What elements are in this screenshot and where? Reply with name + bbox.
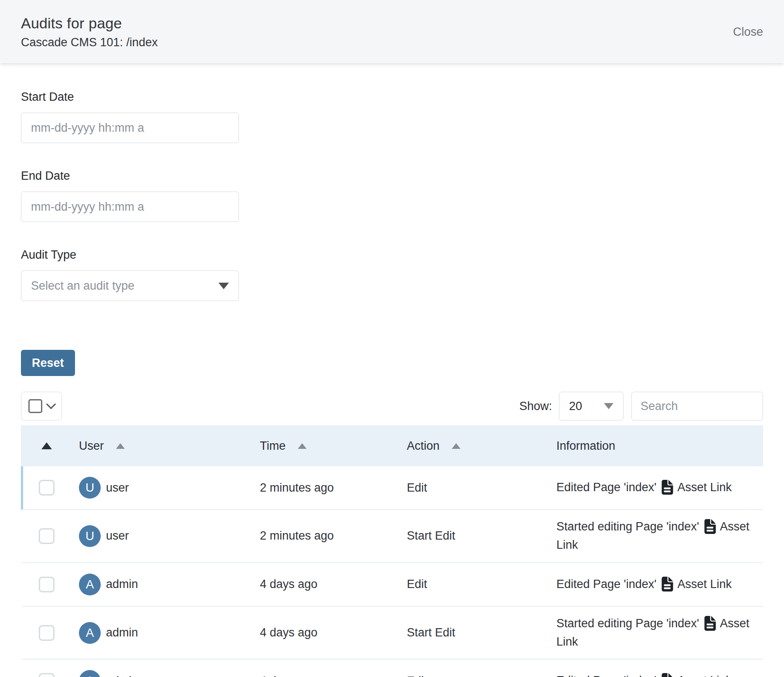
information-text: Edited Page 'index' bbox=[556, 578, 656, 591]
column-header-time[interactable]: Time bbox=[260, 439, 407, 453]
username: admin bbox=[106, 674, 138, 677]
row-information-cell: Edited Page 'index'Asset Link bbox=[553, 664, 763, 677]
row-checkbox-cell bbox=[23, 480, 70, 496]
modal-body: Start Date End Date Audit Type Select an… bbox=[0, 90, 784, 677]
triangle-down-icon bbox=[218, 283, 229, 289]
row-checkbox-cell bbox=[23, 528, 70, 544]
table-toolbar: Show: 20 bbox=[21, 392, 763, 421]
avatar: A bbox=[79, 670, 101, 677]
row-information-cell: Started editing Page 'index'Asset Link bbox=[553, 607, 763, 659]
audit-type-selected-value: Select an audit type bbox=[31, 279, 134, 293]
row-action-cell: Start Edit bbox=[407, 626, 553, 639]
asset-link[interactable]: Asset Link bbox=[677, 481, 732, 494]
row-user-cell: U user bbox=[70, 477, 260, 499]
asset-link[interactable]: Asset Link bbox=[677, 578, 732, 591]
start-date-label: Start Date bbox=[21, 90, 239, 104]
row-action-cell: Edit bbox=[407, 674, 553, 677]
end-date-label: End Date bbox=[21, 169, 239, 183]
row-checkbox-cell bbox=[23, 625, 70, 641]
row-user-cell: A admin bbox=[70, 574, 260, 595]
row-checkbox[interactable] bbox=[39, 528, 55, 544]
username: admin bbox=[106, 578, 138, 591]
document-icon bbox=[661, 673, 674, 677]
row-time-cell: 2 minutes ago bbox=[260, 481, 407, 495]
column-label: Time bbox=[260, 439, 286, 453]
username: user bbox=[106, 529, 129, 543]
chevron-down-icon bbox=[46, 399, 56, 409]
avatar: A bbox=[79, 622, 101, 644]
row-information-cell: Started editing Page 'index'Asset Link bbox=[553, 510, 763, 562]
table-row: U user 2 minutes ago Edit Edited Page 'i… bbox=[21, 466, 763, 510]
information-text: Edited Page 'index' bbox=[556, 674, 656, 677]
information-text: Edited Page 'index' bbox=[556, 481, 656, 494]
audit-type-label: Audit Type bbox=[21, 248, 239, 262]
row-action-cell: Edit bbox=[407, 578, 553, 591]
page-size-value: 20 bbox=[569, 400, 582, 413]
audit-filters: Start Date End Date Audit Type Select an… bbox=[21, 90, 763, 376]
table-row: U user 2 minutes ago Start Edit Started … bbox=[21, 510, 763, 563]
document-icon bbox=[703, 616, 716, 631]
triangle-down-icon bbox=[604, 403, 614, 409]
avatar: A bbox=[79, 574, 101, 595]
row-information-cell: Edited Page 'index'Asset Link bbox=[553, 568, 763, 602]
bulk-select-button[interactable] bbox=[21, 392, 62, 421]
asset-link[interactable]: Asset Link bbox=[677, 674, 732, 677]
sort-ascending-icon bbox=[41, 442, 52, 449]
row-checkbox[interactable] bbox=[39, 577, 55, 592]
username: user bbox=[106, 481, 129, 495]
reset-button[interactable]: Reset bbox=[21, 350, 75, 376]
document-icon bbox=[703, 519, 716, 534]
sort-ascending-icon bbox=[452, 443, 460, 449]
row-checkbox[interactable] bbox=[39, 625, 55, 641]
avatar: U bbox=[79, 525, 101, 547]
page-title: Audits for page bbox=[21, 15, 763, 32]
toolbar-right: Show: 20 bbox=[519, 392, 763, 421]
search-input[interactable] bbox=[631, 392, 763, 421]
table-body: U user 2 minutes ago Edit Edited Page 'i… bbox=[21, 466, 763, 677]
username: admin bbox=[106, 626, 138, 639]
row-checkbox-cell bbox=[23, 577, 70, 592]
table-row: A admin 4 days ago Edit Edited Page 'ind… bbox=[21, 660, 763, 677]
column-label: Action bbox=[407, 439, 440, 453]
end-date-field: End Date bbox=[21, 169, 239, 222]
page-subtitle: Cascade CMS 101: /index bbox=[21, 36, 763, 49]
end-date-input[interactable] bbox=[21, 191, 239, 222]
row-checkbox[interactable] bbox=[39, 673, 55, 677]
start-date-field: Start Date bbox=[21, 90, 239, 143]
table-row: A admin 4 days ago Start Edit Started ed… bbox=[21, 607, 763, 660]
row-information-cell: Edited Page 'index'Asset Link bbox=[553, 471, 763, 505]
row-time-cell: 4 days ago bbox=[260, 578, 407, 591]
table-row: A admin 4 days ago Edit Edited Page 'ind… bbox=[21, 563, 763, 607]
column-header-information: Information bbox=[553, 439, 763, 453]
start-date-input[interactable] bbox=[21, 113, 239, 143]
column-header-user[interactable]: User bbox=[70, 439, 260, 453]
row-user-cell: U user bbox=[70, 525, 260, 547]
sort-ascending-icon bbox=[298, 443, 307, 449]
document-icon bbox=[661, 480, 674, 495]
audit-type-field: Audit Type Select an audit type bbox=[21, 248, 239, 301]
row-time-cell: 4 days ago bbox=[260, 626, 407, 639]
row-user-cell: A admin bbox=[70, 670, 260, 677]
document-icon bbox=[661, 577, 674, 592]
audit-type-select[interactable]: Select an audit type bbox=[21, 270, 239, 301]
column-header-select[interactable] bbox=[23, 442, 70, 449]
row-time-cell: 4 days ago bbox=[260, 674, 407, 677]
avatar: U bbox=[79, 477, 101, 499]
column-label: Information bbox=[556, 439, 615, 453]
row-time-cell: 2 minutes ago bbox=[260, 529, 407, 543]
table-header-row: User Time Action Information bbox=[21, 425, 763, 466]
checkbox-icon bbox=[28, 399, 42, 413]
audit-table: User Time Action Information U user 2 mi… bbox=[21, 425, 763, 677]
show-label: Show: bbox=[519, 400, 552, 413]
close-button[interactable]: Close bbox=[733, 25, 763, 39]
column-header-action[interactable]: Action bbox=[407, 439, 553, 453]
row-checkbox-cell bbox=[23, 673, 70, 677]
information-text: Started editing Page 'index' bbox=[556, 520, 699, 533]
column-label: User bbox=[79, 439, 104, 453]
row-checkbox[interactable] bbox=[39, 480, 55, 496]
page-size-select[interactable]: 20 bbox=[559, 392, 624, 421]
modal-header: Audits for page Cascade CMS 101: /index … bbox=[0, 0, 784, 63]
row-action-cell: Edit bbox=[407, 481, 553, 495]
sort-ascending-icon bbox=[116, 443, 125, 449]
information-text: Started editing Page 'index' bbox=[556, 617, 699, 630]
